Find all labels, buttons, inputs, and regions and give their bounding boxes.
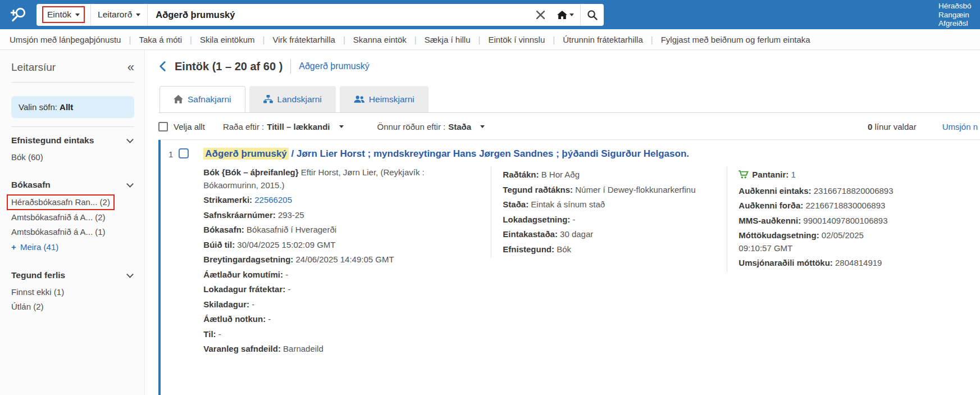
- field: Móttökudagsetning: 02/05/2025 09:10:57 G…: [739, 229, 895, 255]
- tab-landskjarni[interactable]: Landskjarni: [249, 86, 336, 112]
- house-icon: [174, 95, 183, 103]
- detail-column-2: Raðtákn: B Hor AðgTegund raðtákns: Númer…: [491, 166, 727, 258]
- nav-item[interactable]: Skila eintökum: [200, 35, 255, 44]
- search-submit-button[interactable]: [581, 4, 604, 26]
- nav-separator: |: [129, 35, 131, 44]
- field-label: Auðkenni forða:: [739, 201, 805, 210]
- search-input[interactable]: [148, 4, 530, 26]
- facet-more-link[interactable]: + Meira (41): [11, 239, 134, 255]
- field-label: Lokadagsetning:: [503, 215, 572, 224]
- field: Auðkenni forða: 22166718830006893: [739, 199, 895, 212]
- chevron-down-icon: [126, 271, 134, 278]
- field: Lokadagsetning: -: [503, 214, 727, 226]
- nav-item[interactable]: Eintök í vinnslu: [488, 35, 545, 44]
- home-search-dropdown[interactable]: [551, 4, 580, 26]
- search-index-dropdown[interactable]: Leitarorð: [91, 4, 148, 26]
- manage-selected-link[interactable]: Umsjón n: [942, 122, 978, 131]
- field-value[interactable]: 1: [791, 170, 796, 179]
- facet-header[interactable]: Tegund ferlis: [11, 270, 134, 280]
- nav-separator: |: [263, 35, 265, 44]
- results-controls: Velja allt Raða eftir : Titill – lækkand…: [158, 122, 980, 131]
- result-title-link[interactable]: Aðgerð þrumuský / Jørn Lier Horst ; mynd…: [203, 148, 980, 160]
- home-icon: [557, 11, 567, 19]
- search-scope-dropdown[interactable]: Eintök: [37, 4, 91, 26]
- nav-item[interactable]: Fylgjast með beiðnum og ferlum eintaka: [661, 35, 810, 44]
- sidebar-title: Leitarsíur: [11, 61, 56, 74]
- chevron-down-icon: [136, 13, 140, 16]
- secondary-sort-dropdown[interactable]: Önnur röðun eftir : Staða: [377, 122, 485, 131]
- header-divider: [290, 59, 291, 74]
- tab-heimskjarni[interactable]: Heimskjarni: [340, 86, 429, 112]
- clear-search-button[interactable]: [530, 4, 551, 26]
- field-label: Búið til:: [203, 240, 237, 249]
- field: Strikamerki: 22566205: [203, 194, 480, 207]
- field: Varanleg safndeild: Barnadeild: [203, 343, 480, 356]
- field-value: Númer í Dewey-flokkunarkerfinu: [575, 185, 695, 194]
- field-value: 23166718820006893: [814, 186, 894, 196]
- sidebar-divider: [11, 82, 134, 83]
- nav-item[interactable]: Umsjón með lánþegaþjónustu: [10, 35, 121, 44]
- facet-item[interactable]: Héraðsbókasafn Ran... (2): [7, 194, 115, 210]
- search-query-link[interactable]: Aðgerð þrumuský: [299, 61, 369, 71]
- field-value: 293-25: [278, 210, 304, 220]
- nav-item[interactable]: Skanna eintök: [353, 35, 407, 44]
- detail-column-3: Pantanir: 1Auðkenni eintaks: 23166718820…: [727, 166, 895, 272]
- field-value: 30 dagar: [560, 229, 593, 239]
- back-button[interactable]: [158, 61, 167, 72]
- tab-label: Landskjarni: [277, 94, 322, 105]
- search-icon: [587, 10, 598, 20]
- result-body: Aðgerð þrumuský / Jørn Lier Horst ; mynd…: [203, 148, 980, 358]
- select-all-label: Velja allt: [174, 122, 205, 131]
- field: Pantanir: 1: [739, 169, 895, 183]
- facet-header[interactable]: Bókasafn: [11, 180, 134, 190]
- main-panel: Eintök (1 – 20 af 60 ) Aðgerð þrumuský S…: [145, 50, 980, 395]
- facet-section: Tegund ferlisFinnst ekki (1)Útlán (2): [11, 270, 134, 314]
- field-value: 24/06/2025 14:49:05 GMT: [296, 255, 394, 264]
- field-label: Eintakastaða:: [503, 229, 560, 239]
- collapse-sidebar-icon[interactable]: «: [127, 61, 134, 74]
- field: Breytingardagsetning: 24/06/2025 14:49:0…: [203, 253, 480, 266]
- selected-libraries-chip[interactable]: Valin söfn: Allt: [11, 96, 134, 118]
- field: Búið til: 30/04/2025 15:02:09 GMT: [203, 239, 480, 252]
- nav-item[interactable]: Virk frátektarhilla: [272, 35, 335, 44]
- field-value: -: [573, 215, 576, 224]
- sort-by-dropdown[interactable]: Raða eftir : Titill – lækkandi: [223, 122, 344, 131]
- result-title-rest: / Jørn Lier Horst ; myndskreytingar Hans…: [289, 148, 689, 159]
- facet-section: BókasafnHéraðsbókasafn Ran... (2)Amtsbók…: [11, 180, 134, 255]
- field-value: -: [252, 299, 254, 309]
- select-all-checkbox[interactable]: [158, 122, 168, 131]
- results-count-title: Eintök (1 – 20 af 60 ): [175, 60, 282, 73]
- field: Staða: Eintak á sínum stað: [503, 198, 727, 211]
- field-label: Lokadagur frátektar:: [203, 284, 288, 294]
- facet-item[interactable]: Bók (60): [11, 150, 134, 165]
- field-value[interactable]: 22566205: [254, 195, 292, 205]
- nav-item[interactable]: Taka á móti: [139, 35, 182, 44]
- facet-item[interactable]: Útlán (2): [11, 299, 134, 314]
- result-checkbox[interactable]: [179, 148, 189, 158]
- facet-item[interactable]: Amtsbókasafnið á A... (2): [11, 210, 134, 225]
- field: Til: -: [203, 328, 480, 341]
- tab-safnakjarni[interactable]: Safnakjarni: [159, 86, 245, 112]
- facet-title: Tegund ferlis: [11, 270, 65, 280]
- nav-separator: |: [343, 35, 345, 44]
- facet-item[interactable]: Amtsbókasafnið á A... (1): [11, 225, 134, 239]
- facet-header[interactable]: Efnistegund eintaks: [11, 135, 134, 146]
- scope-tabs: Safnakjarni Landskjarni Heimskjarni: [158, 86, 980, 113]
- persistent-search-logo-icon: [9, 6, 28, 23]
- result-material-type: Bók {Bók – áþreifanleg}: [203, 167, 298, 177]
- chevron-down-icon: [480, 125, 485, 128]
- nav-item[interactable]: Útrunnin frátektarhilla: [563, 35, 643, 44]
- content-area: Leitarsíur « Valin söfn: Allt Efnistegun…: [0, 50, 980, 395]
- field: Efnistegund: Bók: [503, 243, 727, 256]
- facet-item[interactable]: Finnst ekki (1): [11, 285, 134, 299]
- chevron-down-icon: [126, 136, 134, 143]
- location-line: Afgreiðsl: [938, 19, 980, 28]
- field-value: Bókasafnið í Hveragerði: [247, 225, 336, 234]
- sidebar-divider: [11, 126, 134, 127]
- plus-icon: +: [11, 242, 16, 252]
- field-label: Móttökudagsetning:: [739, 230, 821, 240]
- field-label: MMS-auðkenni:: [739, 216, 803, 225]
- result-detail-columns: Bók {Bók – áþreifanleg} Eftir Horst, Jør…: [203, 166, 980, 358]
- users-icon: [354, 96, 364, 103]
- nav-item[interactable]: Sækja í hillu: [425, 35, 471, 44]
